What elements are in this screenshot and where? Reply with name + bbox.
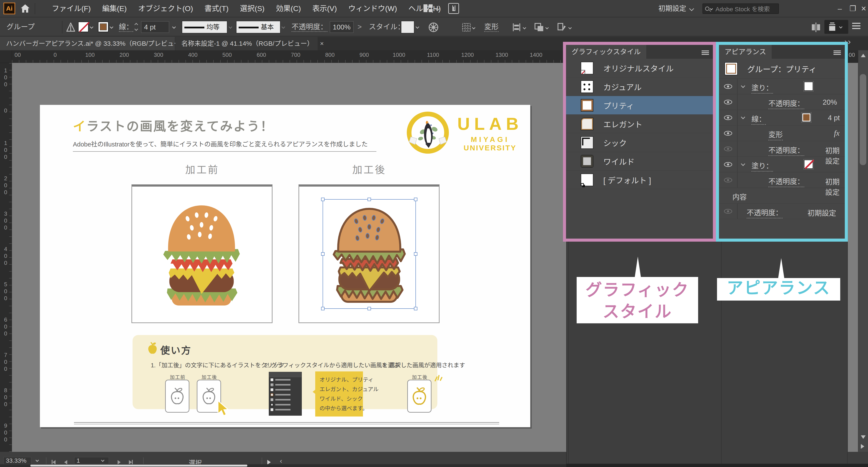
style-item-wild[interactable]: ワイルド — [566, 152, 713, 171]
panel-menu-icon[interactable] — [834, 49, 841, 56]
vertical-ruler[interactable]: 1000 100200 300400 500600 700800 900 — [0, 63, 12, 452]
shape-mode-icon[interactable] — [534, 23, 544, 32]
illustrator-app-icon[interactable]: Ai — [3, 3, 15, 14]
chevron-down-icon[interactable] — [741, 162, 745, 166]
scrollbar-thumb[interactable] — [30, 465, 247, 467]
chevron-down-icon[interactable] — [568, 26, 572, 30]
chevron-down-icon[interactable] — [36, 459, 39, 462]
selection-handle[interactable] — [414, 307, 417, 310]
tab-close-icon[interactable]: × — [320, 40, 324, 47]
home-icon[interactable] — [20, 3, 30, 13]
stroke-swatch[interactable] — [98, 22, 108, 32]
appearance-row-fill[interactable]: 塗り： — [719, 79, 845, 94]
style-item-default[interactable]: [ デフォルト ] — [566, 171, 713, 189]
appearance-row-stroke[interactable]: 線： 4 pt — [719, 110, 845, 126]
menu-select[interactable]: 選択(S) — [235, 0, 270, 17]
ruler-origin-corner[interactable] — [0, 50, 12, 63]
scroll-down-icon[interactable] — [861, 435, 866, 439]
selection-handle[interactable] — [321, 252, 324, 256]
share-document-icon[interactable] — [448, 3, 459, 14]
style-item-chic[interactable]: シック — [566, 133, 713, 152]
menu-window[interactable]: ウィンドウ(W) — [343, 0, 402, 17]
chevron-down-icon[interactable] — [741, 84, 745, 88]
chevron-down-icon[interactable] — [229, 25, 232, 29]
selection-handle[interactable] — [368, 307, 371, 310]
scroll-right-icon[interactable] — [861, 444, 864, 449]
opacity-label[interactable]: 不透明度： — [291, 18, 328, 36]
opacity-expand-button[interactable]: > — [358, 18, 362, 36]
visibility-toggle[interactable] — [719, 94, 738, 110]
workspace-switcher[interactable]: 初期設定 — [658, 0, 686, 17]
opacity-value[interactable]: 100% — [330, 21, 353, 33]
selection-bounding-box[interactable] — [322, 199, 416, 309]
artboard-page[interactable]: イラストの画風を変えてみよう！ Adobe社のIllustratorを使って、簡… — [40, 105, 530, 427]
graphic-styles-tab[interactable]: グラフィックスタイル — [566, 45, 646, 59]
appearance-tab[interactable]: アピアランス — [719, 45, 772, 59]
anchor-point-icon[interactable] — [66, 23, 75, 32]
selection-handle[interactable] — [368, 198, 371, 201]
scroll-up-icon[interactable] — [861, 54, 866, 57]
appearance-row-fill2-opacity[interactable]: 不透明度： 初期設定 — [719, 172, 845, 188]
visibility-toggle[interactable] — [719, 110, 738, 125]
before-illustration-frame[interactable] — [131, 185, 273, 323]
vertical-scrollbar[interactable] — [858, 50, 868, 452]
fill-swatch[interactable] — [78, 22, 89, 32]
stroke-weight-value[interactable]: 4 pt — [141, 21, 169, 33]
chevron-down-icon[interactable] — [546, 26, 549, 30]
stroke-label[interactable]: 線： — [119, 18, 133, 36]
fill-color-swatch[interactable] — [804, 82, 813, 91]
menu-effect[interactable]: 効果(C) — [271, 0, 306, 17]
document-tab-active[interactable]: ハンバーガーアピアランス.ai* @ 33.33%（RGB/プレビュー）× — [0, 37, 175, 50]
brush-definition-dropdown[interactable]: 基本 — [236, 21, 280, 33]
style-item-pretty-selected[interactable]: プリティ — [566, 96, 713, 114]
chevron-down-icon[interactable] — [689, 6, 694, 11]
selection-handle[interactable] — [414, 198, 417, 201]
visibility-toggle[interactable] — [719, 172, 738, 188]
menu-object[interactable]: オブジェクト(O) — [133, 0, 198, 17]
appearance-row-group-opacity[interactable]: 不透明度： 初期設定 — [719, 203, 845, 219]
menu-view[interactable]: 表示(V) — [307, 0, 342, 17]
visibility-toggle[interactable] — [719, 203, 738, 219]
style-item-elegant[interactable]: エレガント — [566, 114, 713, 133]
align-objects-icon[interactable] — [512, 23, 522, 32]
style-swatch-dropdown[interactable] — [401, 21, 414, 33]
appearance-row-stroke-opacity[interactable]: 不透明度： 初期設定 — [719, 141, 845, 157]
chevron-down-icon[interactable] — [416, 25, 420, 29]
chevron-down-icon[interactable] — [523, 26, 526, 30]
collapse-status-icon[interactable]: ‹ — [280, 457, 282, 465]
distribute-icon[interactable] — [811, 23, 821, 32]
appearance-row-fill2[interactable]: 塗り： — [719, 157, 845, 172]
visibility-toggle[interactable] — [719, 79, 738, 94]
control-bar-menu-icon[interactable] — [852, 21, 860, 31]
close-button[interactable]: × — [858, 0, 868, 17]
width-profile-dropdown[interactable]: 均等 — [182, 21, 227, 33]
menu-file[interactable]: ファイル(F) — [46, 0, 96, 17]
chevron-down-icon[interactable] — [172, 25, 176, 29]
selection-handle[interactable] — [321, 307, 324, 310]
chevron-down-icon[interactable] — [741, 115, 745, 119]
appearance-row-transform-effect[interactable]: 変形 fx — [719, 126, 845, 141]
appearance-row-fill-opacity[interactable]: 不透明度： 20% — [719, 94, 845, 110]
restore-button[interactable]: ❐ — [847, 0, 859, 17]
hamburger-before[interactable] — [156, 200, 247, 308]
arrange-documents-icon[interactable] — [424, 4, 433, 13]
stroke-color-swatch[interactable] — [802, 113, 811, 122]
document-setup-grid-icon[interactable] — [462, 23, 471, 32]
chevron-down-icon[interactable] — [90, 25, 93, 29]
style-item-original[interactable]: オリジナルスタイル — [566, 59, 713, 77]
zoom-level-select[interactable]: 33.33% — [3, 457, 31, 464]
after-illustration-frame[interactable] — [299, 185, 439, 323]
recolor-artwork-icon[interactable] — [428, 22, 439, 33]
panel-options-button[interactable] — [825, 20, 848, 34]
chevron-down-icon[interactable] — [282, 25, 285, 29]
fill-none-swatch[interactable] — [804, 160, 813, 169]
minimize-button[interactable]: – — [834, 0, 846, 17]
appearance-row-contents[interactable]: 内容 — [719, 188, 845, 203]
isolate-mode-icon[interactable] — [557, 22, 567, 32]
selection-handle[interactable] — [321, 198, 324, 201]
visibility-toggle[interactable] — [719, 141, 738, 157]
panel-menu-icon[interactable] — [702, 49, 709, 56]
chevron-down-icon[interactable] — [110, 25, 114, 29]
selection-handle[interactable] — [414, 252, 417, 256]
menu-edit[interactable]: 編集(E) — [97, 0, 132, 17]
